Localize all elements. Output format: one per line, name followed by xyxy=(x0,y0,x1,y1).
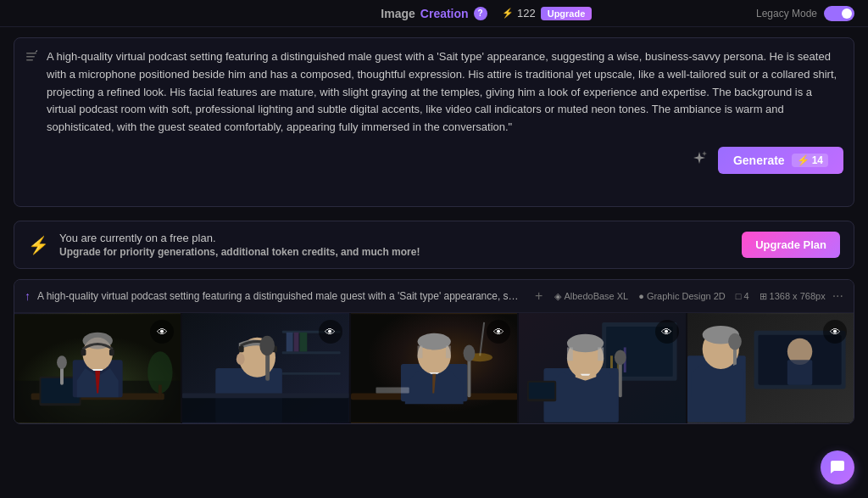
image-thumb-3[interactable]: 👁 xyxy=(351,313,519,423)
eye-overlay-2[interactable]: 👁 xyxy=(319,320,342,344)
style-icon: ● xyxy=(638,291,644,301)
legacy-mode-area: Legacy Mode xyxy=(756,6,854,21)
title-word-creation: Creation xyxy=(420,7,469,20)
image-thumb-4[interactable]: 👁 xyxy=(519,313,687,423)
svg-rect-41 xyxy=(446,345,451,358)
svg-rect-40 xyxy=(417,345,422,358)
prompt-icon xyxy=(25,50,38,66)
generate-button[interactable]: Generate ⚡ 14 xyxy=(718,147,843,174)
eye-overlay-5[interactable]: 👁 xyxy=(823,320,847,344)
lightning-icon: ⚡ xyxy=(797,154,810,166)
svg-rect-23 xyxy=(300,333,308,352)
banner-text-main: You are currently on a free plan. xyxy=(59,232,420,244)
resolution-value: 1368 x 768px xyxy=(770,291,826,301)
svg-point-70 xyxy=(728,333,742,350)
svg-rect-31 xyxy=(182,397,348,422)
svg-rect-19 xyxy=(282,351,341,354)
svg-rect-14 xyxy=(109,349,114,355)
svg-point-30 xyxy=(260,336,275,356)
resolution-icon: ⊞ xyxy=(760,291,767,302)
result-add-button[interactable]: + xyxy=(530,287,548,305)
generate-label: Generate xyxy=(733,154,785,167)
result-more-button[interactable]: ··· xyxy=(832,288,843,304)
result-count: □ 4 xyxy=(736,291,749,301)
svg-rect-0 xyxy=(26,53,36,54)
svg-rect-57 xyxy=(619,360,622,397)
image-thumb-2[interactable]: 👁 xyxy=(182,313,350,423)
image-thumb-1[interactable]: 👁 xyxy=(14,313,182,423)
svg-rect-21 xyxy=(287,333,293,352)
svg-rect-13 xyxy=(81,349,86,355)
result-resolution: ⊞ 1368 x 768px xyxy=(760,291,826,302)
svg-rect-2 xyxy=(26,59,33,61)
svg-rect-16 xyxy=(159,385,162,398)
prompt-container: A high-quality virtual podcast setting f… xyxy=(14,37,854,207)
app-header: Image Creation ? ⚡ 122 Upgrade Legacy Mo… xyxy=(0,0,868,27)
svg-point-12 xyxy=(57,355,67,369)
count-number: 4 xyxy=(743,291,748,301)
svg-rect-44 xyxy=(376,388,409,394)
svg-rect-55 xyxy=(598,347,604,361)
chat-bubble-button[interactable] xyxy=(821,450,854,484)
upgrade-plan-button[interactable]: Upgrade Plan xyxy=(742,232,840,258)
svg-rect-27 xyxy=(239,345,244,352)
svg-rect-20 xyxy=(282,372,341,375)
result-up-icon: ↑ xyxy=(25,289,31,303)
banner-lightning-icon: ⚡ xyxy=(28,235,49,255)
token-count-display: ⚡ 122 xyxy=(502,7,536,20)
svg-rect-60 xyxy=(529,383,554,400)
banner-left: ⚡ You are currently on a free plan. Upgr… xyxy=(28,232,420,258)
prompt-actions: Generate ⚡ 14 xyxy=(25,147,843,175)
title-word-image: Image xyxy=(381,7,415,20)
free-plan-banner: ⚡ You are currently on a free plan. Upgr… xyxy=(14,221,854,269)
prompt-text[interactable]: A high-quality virtual podcast setting f… xyxy=(47,48,843,137)
enhance-button[interactable] xyxy=(687,147,711,175)
result-model: ◈ AlbedoBase XL xyxy=(554,291,628,302)
svg-rect-32 xyxy=(182,393,348,398)
result-row: ↑ A high-quality virtual podcast setting… xyxy=(14,279,854,424)
svg-rect-42 xyxy=(467,355,470,397)
svg-rect-22 xyxy=(294,333,299,352)
result-header-prompt: A high-quality virtual podcast setting f… xyxy=(37,290,523,302)
svg-point-26 xyxy=(236,353,245,365)
model-name: AlbedoBase XL xyxy=(564,291,628,301)
cost-number: 14 xyxy=(812,154,823,166)
result-style: ● Graphic Design 2D xyxy=(638,291,726,301)
svg-point-43 xyxy=(463,345,475,362)
token-cost: ⚡ 14 xyxy=(792,154,828,167)
svg-rect-65 xyxy=(787,360,811,384)
banner-text-sub: Upgrade for priority generations, additi… xyxy=(59,246,420,258)
token-icon: ⚡ xyxy=(502,8,514,19)
legacy-mode-label: Legacy Mode xyxy=(756,8,817,20)
result-meta: ◈ AlbedoBase XL ● Graphic Design 2D □ 4 … xyxy=(554,291,825,302)
eye-overlay-4[interactable]: 👁 xyxy=(655,320,679,344)
token-number: 122 xyxy=(517,7,536,20)
header-title: Image Creation ? xyxy=(381,7,487,20)
svg-rect-54 xyxy=(567,347,573,361)
style-name: Graphic Design 2D xyxy=(647,291,726,301)
legacy-mode-toggle[interactable] xyxy=(824,6,854,21)
help-badge[interactable]: ? xyxy=(474,7,487,20)
main-content: A high-quality virtual podcast setting f… xyxy=(0,27,868,434)
banner-text-area: You are currently on a free plan. Upgrad… xyxy=(59,232,420,258)
token-area: ⚡ 122 Upgrade xyxy=(502,7,592,20)
prompt-header: A high-quality virtual podcast setting f… xyxy=(25,48,843,137)
count-icon: □ xyxy=(736,291,742,301)
upgrade-button-header[interactable]: Upgrade xyxy=(541,7,593,20)
images-row: 👁 xyxy=(14,313,854,423)
image-thumb-5[interactable]: 👁 xyxy=(687,313,854,423)
svg-rect-1 xyxy=(26,56,35,58)
result-header: ↑ A high-quality virtual podcast setting… xyxy=(14,280,854,313)
model-icon: ◈ xyxy=(554,291,561,302)
svg-point-58 xyxy=(615,350,626,365)
